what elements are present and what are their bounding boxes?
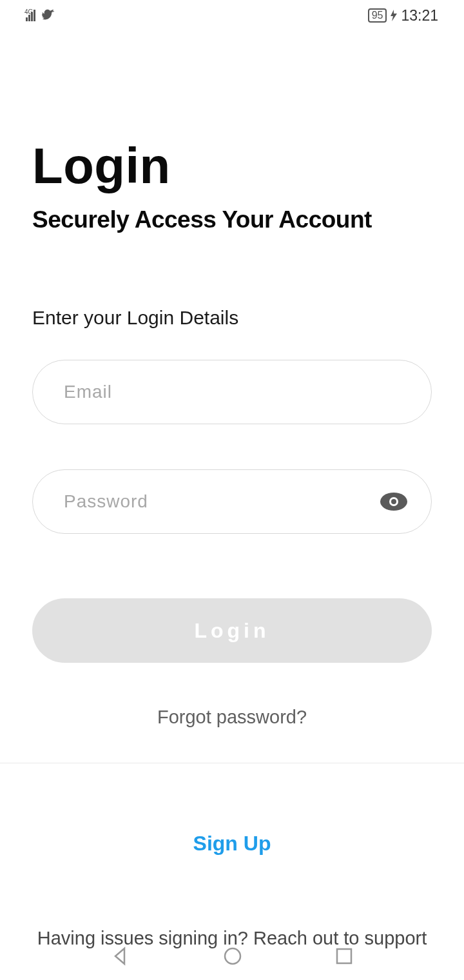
signal-icon: 4G <box>26 10 35 21</box>
status-left: 4G <box>26 8 56 23</box>
password-field[interactable] <box>32 469 432 534</box>
system-nav-bar <box>0 934 464 980</box>
svg-point-2 <box>391 499 396 504</box>
email-field[interactable] <box>32 360 432 424</box>
page-title: Login <box>32 141 432 191</box>
password-field-wrapper <box>32 469 432 534</box>
bird-icon <box>42 8 56 23</box>
recents-button[interactable] <box>334 946 354 968</box>
eye-icon <box>380 493 407 511</box>
battery-indicator: 95 <box>368 8 387 23</box>
back-button[interactable] <box>110 946 131 968</box>
section-label: Enter your Login Details <box>32 307 432 329</box>
charging-icon <box>391 10 397 21</box>
login-button[interactable]: Login <box>32 598 432 663</box>
status-right: 95 13:21 <box>368 7 438 24</box>
signup-link[interactable]: Sign Up <box>32 832 432 856</box>
divider <box>0 763 464 763</box>
email-field-wrapper <box>32 360 432 424</box>
status-bar: 4G 95 13:21 <box>0 0 464 31</box>
login-screen: Login Securely Access Your Account Enter… <box>0 31 464 949</box>
home-button[interactable] <box>222 946 243 968</box>
forgot-password-link[interactable]: Forgot password? <box>32 707 432 728</box>
clock-time: 13:21 <box>401 7 438 24</box>
svg-point-3 <box>225 948 240 964</box>
svg-rect-4 <box>337 949 351 963</box>
toggle-password-visibility-button[interactable] <box>375 487 412 516</box>
page-subtitle: Securely Access Your Account <box>32 206 432 233</box>
